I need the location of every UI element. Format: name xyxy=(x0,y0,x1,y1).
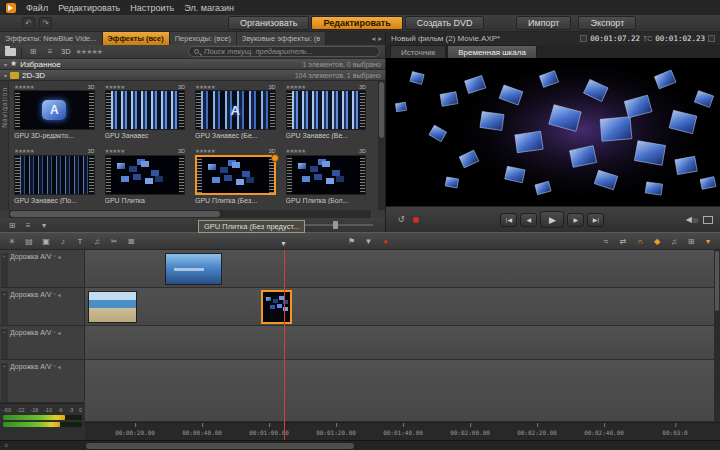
track-header[interactable]: ▪ Дорожка A/V ▫ ◂ xyxy=(0,360,84,403)
track-header[interactable]: ▪ Дорожка A/V ▫ ◂ xyxy=(0,250,84,288)
create-dvd-tab[interactable]: Создать DVD xyxy=(405,16,485,30)
film-icon[interactable]: ▤ xyxy=(22,235,36,248)
track-lock-icon[interactable]: ▪ xyxy=(1,291,8,325)
keyframe-icon[interactable]: ◆ xyxy=(650,235,664,248)
rating-filter[interactable]: ★★★★★ xyxy=(76,48,102,56)
timeline-preview-tab[interactable]: Временная шкала xyxy=(447,45,537,58)
track-lane[interactable] xyxy=(85,326,720,360)
playhead[interactable] xyxy=(284,250,285,440)
track-video-icon[interactable]: ▫ xyxy=(53,329,55,335)
trash-icon[interactable]: ⊠ xyxy=(124,235,138,248)
mic-icon[interactable]: ♪ xyxy=(56,235,70,248)
tab-scroll-right-icon[interactable]: ▸ xyxy=(378,34,382,43)
timeline-options-icon[interactable]: ≡ xyxy=(4,442,8,449)
thumbnail-view-icon[interactable]: ⊞ xyxy=(6,220,18,231)
library-vertical-scrollbar[interactable] xyxy=(378,81,385,210)
search-input[interactable] xyxy=(202,46,374,57)
play-button[interactable]: ▶ xyxy=(540,211,564,228)
menu-edit[interactable]: Редактировать xyxy=(58,3,120,13)
track-audio-icon[interactable]: ◂ xyxy=(58,253,61,260)
track-video-icon[interactable]: ▫ xyxy=(53,291,55,297)
menu-setup[interactable]: Настроить xyxy=(130,3,174,13)
library-tab-newblue[interactable]: Эффекты: NewBlue Vide... xyxy=(0,32,103,45)
jump-end-button[interactable]: ▶| xyxy=(587,213,604,227)
effect-item[interactable]: ★★★★★3D GPU Занавес (По... xyxy=(9,146,100,211)
section-2d3d[interactable]: ▾ 2D-3D 104 элементов, 1 выбрано xyxy=(0,70,385,81)
track-video-icon[interactable]: ▫ xyxy=(53,363,55,369)
track-audio-icon[interactable]: ◂ xyxy=(58,329,61,336)
scrollbar-thumb[interactable] xyxy=(86,443,354,449)
camera-icon[interactable]: ▣ xyxy=(39,235,53,248)
more-dropdown-icon[interactable]: ▾ xyxy=(701,235,715,248)
3d-filter-toggle[interactable]: 3D xyxy=(61,47,71,56)
undo-icon[interactable]: ↶ xyxy=(22,17,35,29)
audio-scrub-icon[interactable]: ≈ xyxy=(599,235,613,248)
track-lane[interactable] xyxy=(85,360,720,422)
loop-icon[interactable]: ↺ xyxy=(394,213,408,226)
options-dropdown-icon[interactable]: ▾ xyxy=(38,220,50,231)
marker-flag-icon[interactable]: ⚑ xyxy=(345,235,359,248)
menu-file[interactable]: Файл xyxy=(26,3,48,13)
effect-item[interactable]: ★★★★★3D GPU Занавес (Ве... xyxy=(281,81,372,146)
timeline-clip-selected[interactable] xyxy=(261,290,292,324)
timeline-clip[interactable] xyxy=(165,253,222,285)
track-video-icon[interactable]: ▫ xyxy=(53,253,55,259)
detail-view-icon[interactable]: ≡ xyxy=(22,220,34,231)
timeline-vertical-scrollbar[interactable] xyxy=(714,250,720,422)
playhead-handle-icon[interactable]: ▼ xyxy=(280,240,287,247)
source-tab[interactable]: Источник xyxy=(390,45,446,58)
volume-icon[interactable]: ◀))) xyxy=(686,215,698,224)
section-favorites[interactable]: ▾ ★ Избранное 1 элементов, 0 выбрано xyxy=(0,59,385,70)
library-horizontal-scrollbar[interactable] xyxy=(9,210,371,218)
track-header[interactable]: ▪ Дорожка A/V ▫ ◂ xyxy=(0,288,84,326)
tab-scroll-left-icon[interactable]: ◂ xyxy=(371,34,375,43)
collapse-icon[interactable]: ▾ xyxy=(4,61,7,68)
folder-icon[interactable] xyxy=(5,48,16,56)
track-audio-icon[interactable]: ◂ xyxy=(58,291,61,298)
record-icon[interactable]: ● xyxy=(379,235,393,248)
import-button[interactable]: Импорт xyxy=(516,16,571,30)
track-lock-icon[interactable]: ▪ xyxy=(1,253,8,287)
export-button[interactable]: Экспорт xyxy=(578,16,636,30)
library-tab-sound-effects[interactable]: Звуковые эффекты: (в xyxy=(237,32,326,45)
grid-view-icon[interactable]: ⊞ xyxy=(27,46,39,57)
effect-item[interactable]: ★★★★★3D A GPU Занавес (Бе... xyxy=(190,81,281,146)
marker-down-icon[interactable]: ▼ xyxy=(362,235,376,248)
grid-icon[interactable]: ⊞ xyxy=(684,235,698,248)
track-lane[interactable] xyxy=(85,288,720,326)
track-header[interactable]: ▪ Дорожка A/V ▫ ◂ xyxy=(0,326,84,360)
frame-forward-button[interactable]: ▶ xyxy=(567,213,584,227)
razor-icon[interactable]: ✂ xyxy=(107,235,121,248)
menu-store[interactable]: Эл. магазин xyxy=(184,3,234,13)
library-tab-transitions[interactable]: Переходы: (все) xyxy=(170,32,237,45)
effect-item-selected[interactable]: ★★★★★3D GPU Плитка (Без... xyxy=(190,146,281,211)
settings-icon[interactable]: ✳ xyxy=(5,235,19,248)
frame-back-button[interactable]: ◀ xyxy=(520,213,537,227)
voiceover-icon[interactable]: ♫ xyxy=(90,235,104,248)
audio-mixer-icon[interactable]: ♫ xyxy=(667,235,681,248)
swap-icon[interactable]: ⇄ xyxy=(616,235,630,248)
marker-dot-icon[interactable] xyxy=(413,217,419,223)
jump-start-button[interactable]: |◀ xyxy=(500,213,517,227)
effect-item[interactable]: ★★★★★3D GPU Плитка xyxy=(100,146,191,211)
redo-icon[interactable]: ↷ xyxy=(39,17,52,29)
track-area[interactable]: 00:00:20.00 00:00:40.00 00:01:00.00 00:0… xyxy=(85,250,720,440)
track-lock-icon[interactable]: ▪ xyxy=(1,329,8,359)
track-audio-icon[interactable]: ◂ xyxy=(58,363,61,370)
effect-item[interactable]: ★★★★★3D GPU Занавес xyxy=(100,81,191,146)
title-editor-icon[interactable]: T xyxy=(73,235,87,248)
library-tab-effects-all[interactable]: Эффекты (все) xyxy=(103,32,170,45)
effect-item[interactable]: ★★★★★3D A GPU 3D-редакто... xyxy=(9,81,100,146)
thumbnail-zoom-slider[interactable] xyxy=(303,224,373,226)
list-view-icon[interactable]: ≡ xyxy=(44,46,56,57)
timeline-clip[interactable] xyxy=(88,291,137,323)
organize-tab[interactable]: Организовать xyxy=(228,16,309,30)
timeline-horizontal-scrollbar[interactable]: ≡ xyxy=(0,440,720,450)
magnet-icon[interactable]: ∩ xyxy=(633,235,647,248)
timeline-ruler[interactable]: 00:00:20.00 00:00:40.00 00:01:00.00 00:0… xyxy=(85,422,720,440)
edit-tab[interactable]: Редактировать xyxy=(311,16,402,30)
fullscreen-icon[interactable] xyxy=(703,216,713,224)
navigation-strip[interactable]: Navigation xyxy=(0,81,9,210)
zoom-slider-handle[interactable] xyxy=(333,221,338,229)
effect-item[interactable]: ★★★★★3D GPU Плитка (Бол... xyxy=(281,146,372,211)
